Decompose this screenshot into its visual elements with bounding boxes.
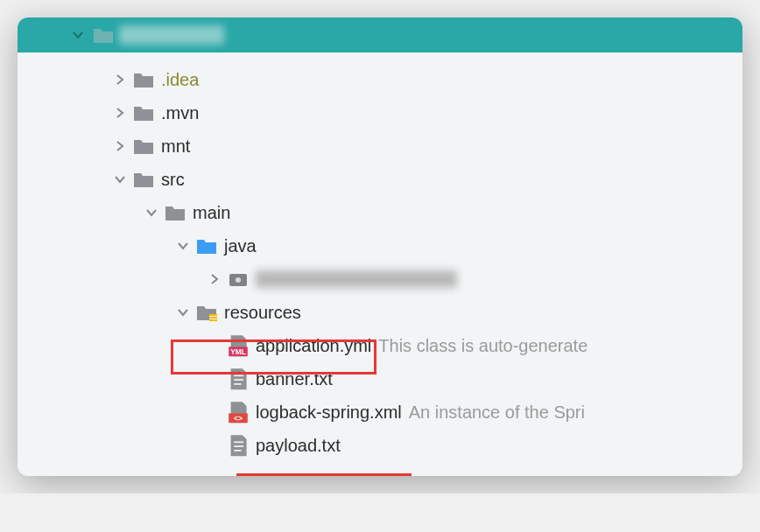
file-name-label: payload.txt xyxy=(256,436,341,456)
package-name-label xyxy=(256,270,457,288)
text-file-icon xyxy=(228,437,249,454)
text-file-icon xyxy=(228,370,249,388)
tree-label: .mvn xyxy=(161,103,199,123)
project-tree-panel: .idea .mvn mnt xyxy=(18,18,742,476)
svg-rect-10 xyxy=(234,383,241,385)
tree-label: mnt xyxy=(161,136,190,157)
tree-label: java xyxy=(224,236,257,256)
tree-file-application-yml[interactable]: YML application.yml This class is auto-g… xyxy=(18,329,742,362)
chevron-down-icon[interactable] xyxy=(144,205,159,220)
chevron-down-icon[interactable] xyxy=(112,172,128,187)
svg-rect-8 xyxy=(234,374,243,376)
tree-item-main[interactable]: main xyxy=(18,196,742,229)
titlebar xyxy=(18,18,742,52)
svg-text:YML: YML xyxy=(230,347,246,356)
tree-label: src xyxy=(161,170,185,190)
package-icon xyxy=(228,270,249,288)
tree-file-payload-txt[interactable]: payload.txt xyxy=(18,429,742,462)
project-tree: .idea .mvn mnt xyxy=(18,52,742,476)
folder-icon xyxy=(165,204,186,221)
file-name-label: banner.txt xyxy=(256,369,333,389)
svg-rect-13 xyxy=(234,441,243,443)
svg-rect-15 xyxy=(234,450,241,452)
source-folder-icon xyxy=(196,237,217,255)
tree-item-mnt[interactable]: mnt xyxy=(18,130,742,163)
chevron-right-icon[interactable] xyxy=(112,105,128,121)
svg-point-1 xyxy=(236,277,241,283)
project-root-label[interactable] xyxy=(119,25,224,45)
yml-file-icon: YML xyxy=(228,337,249,354)
chevron-down-icon[interactable] xyxy=(175,304,191,320)
svg-text:<>: <> xyxy=(234,414,243,423)
tree-item-resources[interactable]: resources xyxy=(18,296,742,329)
chevron-right-icon[interactable] xyxy=(112,72,128,88)
xml-file-icon: <> xyxy=(228,403,249,421)
svg-rect-9 xyxy=(234,379,243,381)
file-name-label: application.yml xyxy=(256,336,371,356)
chevron-right-icon[interactable] xyxy=(207,271,222,287)
tree-file-banner-txt[interactable]: banner.txt xyxy=(18,362,742,396)
file-hint: An instance of the Spri xyxy=(409,402,585,423)
tree-item-package[interactable] xyxy=(18,262,742,296)
folder-icon xyxy=(133,171,154,188)
chevron-down-icon[interactable] xyxy=(175,238,191,254)
folder-icon xyxy=(93,26,114,44)
folder-icon xyxy=(133,137,154,155)
file-hint: This class is auto-generate xyxy=(378,336,588,356)
svg-rect-3 xyxy=(209,314,217,316)
tree-label: .idea xyxy=(161,70,199,90)
svg-rect-5 xyxy=(209,319,217,321)
tree-item-idea[interactable]: .idea xyxy=(18,63,742,96)
svg-rect-4 xyxy=(209,317,217,318)
tree-item-java[interactable]: java xyxy=(18,229,742,262)
tree-label: resources xyxy=(224,303,301,323)
folder-icon xyxy=(133,71,154,88)
svg-rect-14 xyxy=(234,445,243,447)
file-name-label: logback-spring.xml xyxy=(256,402,402,423)
tree-label: main xyxy=(193,203,230,223)
tree-file-logback-spring-xml[interactable]: <> logback-spring.xml An instance of the… xyxy=(18,396,742,429)
tree-item-mvn[interactable]: .mvn xyxy=(18,96,742,130)
tree-item-src[interactable]: src xyxy=(18,163,742,196)
resources-folder-icon xyxy=(196,304,217,321)
chevron-down-icon[interactable] xyxy=(70,27,86,43)
folder-icon xyxy=(133,104,154,122)
chevron-right-icon[interactable] xyxy=(112,138,128,154)
